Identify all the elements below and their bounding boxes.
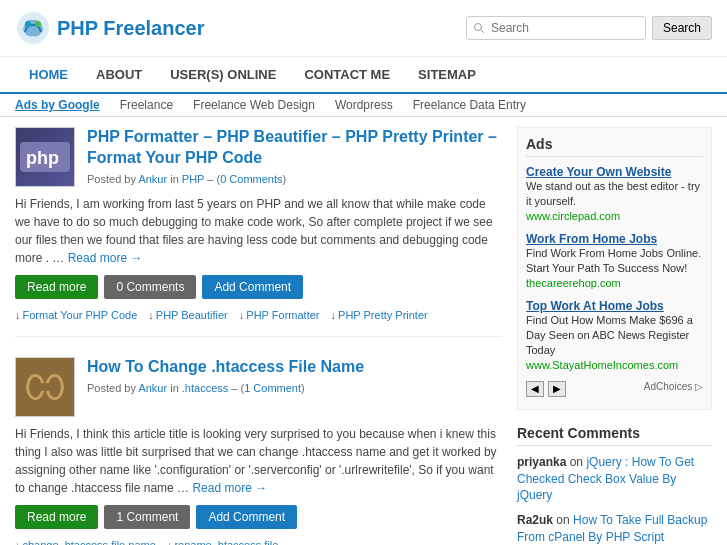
sidebar-ad-2: Work From Home Jobs Find Work From Home …	[526, 232, 703, 289]
post-2-tag-2[interactable]: rename .htaccess file	[174, 539, 278, 545]
post-2-buttons: Read more 1 Comment Add Comment	[15, 505, 502, 529]
post-1-tags: ↓Format Your PHP Code ↓PHP Beautifier ↓P…	[15, 309, 502, 321]
post-2-header: How To Change .htaccess File Name Posted…	[15, 357, 502, 417]
ads-link-wordpress[interactable]: Wordpress	[335, 98, 393, 112]
sidebar-ad-2-desc: Find Work From Home Jobs Online. Start Y…	[526, 246, 703, 277]
content-area: php PHP Formatter – PHP Beautifier – PHP…	[15, 127, 502, 545]
search-area: Search	[466, 16, 712, 40]
post-2-read-more-btn[interactable]: Read more	[15, 505, 98, 529]
logo-area: PHP Freelancer	[15, 10, 205, 46]
post-2-excerpt: Hi Friends, I think this article title i…	[15, 425, 502, 497]
post-1-excerpt: Hi Friends, I am working from last 5 yea…	[15, 195, 502, 267]
commenter-1: priyanka	[517, 455, 566, 469]
sidebar-ad-1-desc: We stand out as the best editor - try it…	[526, 179, 703, 210]
ads-by-google-label[interactable]: Ads by Google	[15, 98, 100, 112]
nav-item-home[interactable]: HOME	[15, 57, 82, 92]
post-2-meta: Posted by Ankur in .htaccess – (1 Commen…	[87, 382, 364, 394]
post-1-comments-link[interactable]: 0 Comments	[220, 173, 282, 185]
post-1-buttons: Read more 0 Comments Add Comment	[15, 275, 502, 299]
post-2-comments-btn[interactable]: 1 Comment	[104, 505, 190, 529]
nav-item-about[interactable]: ABOUT	[82, 57, 156, 92]
sidebar-ads-title: Ads	[526, 136, 703, 157]
post-1-tag-3[interactable]: PHP Formatter	[246, 309, 319, 321]
sidebar-comment-1: priyanka on jQuery : How To Get Checked …	[517, 454, 712, 504]
post-2-tags: ↓change .htaccess file name ↓rename .hta…	[15, 539, 502, 545]
post-1-tag-4[interactable]: PHP Pretty Printer	[338, 309, 428, 321]
post-2-thumbnail	[15, 357, 75, 417]
post-1-add-comment-btn[interactable]: Add Comment	[202, 275, 303, 299]
post-2-add-comment-btn[interactable]: Add Comment	[196, 505, 297, 529]
post-1-tag-2[interactable]: PHP Beautifier	[156, 309, 228, 321]
svg-text:php: php	[26, 148, 59, 168]
post-1-author[interactable]: Ankur	[138, 173, 167, 185]
sidebar-ad-3: Top Work At Home Jobs Find Out How Moms …	[526, 299, 703, 371]
ads-bar: Ads by Google Freelance Freelance Web De…	[0, 94, 727, 117]
sidebar-recent-comments: Recent Comments priyanka on jQuery : How…	[517, 425, 712, 545]
sidebar-ad-1-url: www.circlepad.com	[526, 210, 703, 222]
logo-icon	[15, 10, 51, 46]
sidebar-ad-3-url: www.StayatHomeIncomes.com	[526, 359, 703, 371]
post-2-author[interactable]: Ankur	[138, 382, 167, 394]
ads-prev-btn[interactable]: ◀	[526, 381, 544, 397]
recent-comments-title: Recent Comments	[517, 425, 712, 446]
adchoices-label: AdChoices ▷	[570, 381, 703, 397]
sidebar-ad-1-title[interactable]: Create Your Own Website	[526, 165, 703, 179]
post-2-comments-link[interactable]: 1 Comment	[244, 382, 301, 394]
post-2-tag-1[interactable]: change .htaccess file name	[23, 539, 156, 545]
nav: HOME ABOUT USER(S) ONLINE CONTACT ME SIT…	[0, 57, 727, 94]
post-1-meta: Posted by Ankur in PHP – (0 Comments)	[87, 173, 502, 185]
nav-item-contact[interactable]: CONTACT ME	[290, 57, 404, 92]
post-1-thumbnail: php	[15, 127, 75, 187]
main-layout: php PHP Formatter – PHP Beautifier – PHP…	[0, 117, 727, 545]
sidebar-ad-2-url: thecareerehop.com	[526, 277, 703, 289]
ads-link-data-entry[interactable]: Freelance Data Entry	[413, 98, 526, 112]
svg-point-2	[35, 21, 41, 27]
post-1-comments-btn[interactable]: 0 Comments	[104, 275, 196, 299]
post-1-tag-1[interactable]: Format Your PHP Code	[23, 309, 138, 321]
sidebar: Ads Create Your Own Website We stand out…	[517, 127, 712, 545]
logo-text: PHP Freelancer	[57, 17, 205, 40]
post-1-read-more-link[interactable]: Read more →	[68, 251, 143, 265]
commenter-2: Ra2uk	[517, 513, 553, 527]
sidebar-ad-1: Create Your Own Website We stand out as …	[526, 165, 703, 222]
post-1-header: php PHP Formatter – PHP Beautifier – PHP…	[15, 127, 502, 187]
post-2-title[interactable]: How To Change .htaccess File Name	[87, 357, 364, 378]
nav-item-sitemap[interactable]: SITEMAP	[404, 57, 490, 92]
ads-link-web-design[interactable]: Freelance Web Design	[193, 98, 315, 112]
post-1-category[interactable]: PHP	[182, 173, 204, 185]
ads-link-freelance[interactable]: Freelance	[120, 98, 173, 112]
post-2: How To Change .htaccess File Name Posted…	[15, 357, 502, 545]
ads-next-btn[interactable]: ▶	[548, 381, 566, 397]
search-input[interactable]	[466, 16, 646, 40]
sidebar-comment-2: Ra2uk on How To Take Full Backup From cP…	[517, 512, 712, 545]
sidebar-ad-3-title[interactable]: Top Work At Home Jobs	[526, 299, 703, 313]
post-1-title[interactable]: PHP Formatter – PHP Beautifier – PHP Pre…	[87, 127, 502, 169]
sidebar-ad-2-title[interactable]: Work From Home Jobs	[526, 232, 703, 246]
search-button[interactable]: Search	[652, 16, 712, 40]
post-1-read-more-btn[interactable]: Read more	[15, 275, 98, 299]
svg-rect-8	[33, 383, 56, 391]
post-1-title-area: PHP Formatter – PHP Beautifier – PHP Pre…	[87, 127, 502, 185]
sidebar-ads-section: Ads Create Your Own Website We stand out…	[517, 127, 712, 410]
post-1: php PHP Formatter – PHP Beautifier – PHP…	[15, 127, 502, 337]
nav-item-users-online[interactable]: USER(S) ONLINE	[156, 57, 290, 92]
post-2-read-more-link[interactable]: Read more →	[192, 481, 267, 495]
post-2-category[interactable]: .htaccess	[182, 382, 228, 394]
ads-navigation: ◀ ▶ AdChoices ▷	[526, 381, 703, 397]
post-2-title-area: How To Change .htaccess File Name Posted…	[87, 357, 364, 394]
sidebar-ad-3-desc: Find Out How Moms Make $696 a Day Seen o…	[526, 313, 703, 359]
svg-point-1	[25, 21, 31, 27]
